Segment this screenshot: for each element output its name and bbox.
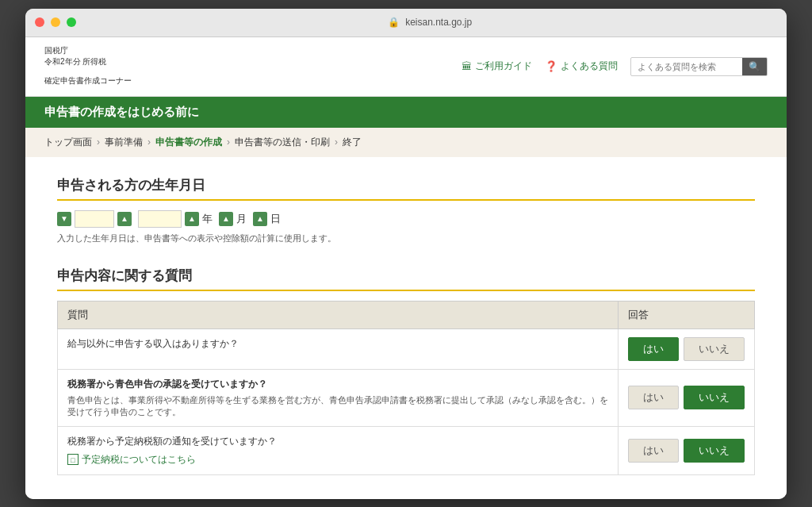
breadcrumb: トップ画面 › 事前準備 › 申告書等の作成 › 申告書等の送信・印刷 › 終了 (25, 128, 787, 157)
birth-date-row: ▼ ▲ ▲ 年 ▲ 月 ▲ 日 (57, 210, 755, 228)
year-up-btn[interactable]: ▲ (185, 212, 199, 226)
site-logo: 国税庁 令和2年分 所得税 確定申告書作成コーナー (44, 45, 135, 88)
answer-buttons-1: はい いいえ (628, 337, 745, 361)
browser-window: 🔒 keisan.nta.go.jp 国税庁 令和2年分 所得税 確定申告書作成… (25, 9, 787, 499)
no-button-3[interactable]: いいえ (684, 439, 745, 463)
breadcrumb-sep-1: › (97, 136, 100, 148)
answer-cell-1: はい いいえ (619, 328, 755, 369)
site-header: 国税庁 令和2年分 所得税 確定申告書作成コーナー 🏛 ご利用ガイド ❓ よくあ… (25, 37, 787, 97)
questions-section-title: 申告内容に関する質問 (57, 267, 755, 291)
era-select: ▼ ▲ (57, 210, 132, 228)
link-icon: □ (67, 454, 79, 465)
breadcrumb-item-current: 申告書等の作成 (155, 136, 222, 149)
titlebar: 🔒 keisan.nta.go.jp (25, 9, 787, 37)
answer-buttons-2: はい いいえ (628, 386, 745, 409)
table-row: 税務署から青色申告の承認を受けていますか？ 青色申告とは、事業所得や不動産所得等… (58, 369, 755, 426)
question-main-3: 税務署から予定納税額の通知を受けていますか？ (67, 435, 608, 448)
year-input-group: ▲ 年 (138, 210, 213, 228)
questions-section: 申告内容に関する質問 質問 回答 給与以外に申告する収入はありますか？ (57, 267, 755, 475)
year-label: 年 (202, 212, 213, 226)
lock-icon: 🔒 (388, 17, 400, 28)
yes-button-2[interactable]: はい (628, 386, 679, 409)
era-down-btn[interactable]: ▼ (57, 212, 71, 226)
agency-label: 国税庁 令和2年分 所得税 (44, 45, 135, 67)
breadcrumb-item-send[interactable]: 申告書等の送信・印刷 (235, 136, 330, 149)
question-note-2: 青色申告とは、事業所得や不動産所得等を生ずる業務を営む方が、青色申告承認申請書を… (67, 394, 608, 418)
era-input[interactable] (75, 210, 114, 228)
month-up-btn[interactable]: ▲ (219, 212, 233, 226)
question-text-3: 税務署から予定納税額の通知を受けていますか？ □ 予定納税についてはこちら (58, 426, 619, 474)
search-button[interactable]: 🔍 (742, 58, 767, 75)
question-text-1: 給与以外に申告する収入はありますか？ (58, 328, 619, 369)
breadcrumb-item-prep[interactable]: 事前準備 (105, 136, 143, 149)
yes-button-1[interactable]: はい (628, 337, 679, 361)
answer-cell-3: はい いいえ (619, 426, 755, 474)
question-text-2: 税務署から青色申告の承認を受けていますか？ 青色申告とは、事業所得や不動産所得等… (58, 369, 619, 426)
main-content: 申告される方の生年月日 ▼ ▲ ▲ 年 ▲ 月 (25, 157, 787, 499)
faq-link[interactable]: ❓ よくある質問 (545, 60, 618, 73)
yes-button-3[interactable]: はい (628, 439, 679, 463)
site-title: 確定申告書作成コーナー (44, 67, 135, 88)
birth-date-section: 申告される方の生年月日 ▼ ▲ ▲ 年 ▲ 月 (57, 176, 755, 244)
questions-table: 質問 回答 給与以外に申告する収入はありますか？ はい いいえ (57, 301, 755, 475)
breadcrumb-item-end[interactable]: 終了 (343, 136, 362, 149)
maximize-button[interactable] (67, 17, 76, 27)
table-row: 税務署から予定納税額の通知を受けていますか？ □ 予定納税についてはこちら はい… (58, 426, 755, 474)
guide-icon: 🏛 (462, 60, 472, 72)
day-input-group: ▲ 日 (253, 212, 281, 226)
day-up-btn[interactable]: ▲ (253, 212, 267, 226)
breadcrumb-sep-3: › (227, 136, 230, 148)
question-main-2: 税務署から青色申告の承認を受けていますか？ (67, 378, 608, 391)
breadcrumb-sep-4: › (335, 136, 338, 148)
era-up-btn[interactable]: ▲ (117, 212, 132, 226)
breadcrumb-item-top[interactable]: トップ画面 (44, 136, 92, 149)
search-input[interactable] (631, 59, 742, 75)
birth-section-title: 申告される方の生年月日 (57, 176, 755, 201)
month-input-group: ▲ 月 (219, 212, 247, 226)
header-nav: 🏛 ご利用ガイド ❓ よくある質問 🔍 (462, 57, 768, 76)
breadcrumb-sep-2: › (147, 136, 151, 148)
address-bar[interactable]: 🔒 keisan.nta.go.jp (82, 17, 777, 28)
answer-cell-2: はい いいえ (619, 369, 755, 426)
guide-link[interactable]: 🏛 ご利用ガイド (462, 60, 532, 73)
no-button-1[interactable]: いいえ (684, 337, 745, 361)
day-label: 日 (270, 212, 281, 226)
month-label: 月 (236, 212, 247, 226)
page-banner: 申告書の作成をはじめる前に (25, 97, 787, 128)
col-answer: 回答 (619, 301, 755, 328)
table-row: 給与以外に申告する収入はありますか？ はい いいえ (58, 328, 755, 369)
close-button[interactable] (35, 17, 44, 27)
faq-icon: ❓ (545, 60, 557, 72)
question-link-3[interactable]: □ 予定納税についてはこちら (67, 453, 608, 467)
year-input[interactable] (138, 210, 182, 228)
minimize-button[interactable] (51, 17, 60, 27)
search-box: 🔍 (630, 57, 768, 76)
table-header-row: 質問 回答 (58, 301, 755, 328)
answer-buttons-3: はい いいえ (628, 439, 745, 463)
no-button-2[interactable]: いいえ (684, 386, 745, 409)
col-question: 質問 (58, 301, 619, 328)
birth-note: 入力した生年月日は、申告書等への表示や控除額の計算に使用します。 (57, 232, 755, 244)
